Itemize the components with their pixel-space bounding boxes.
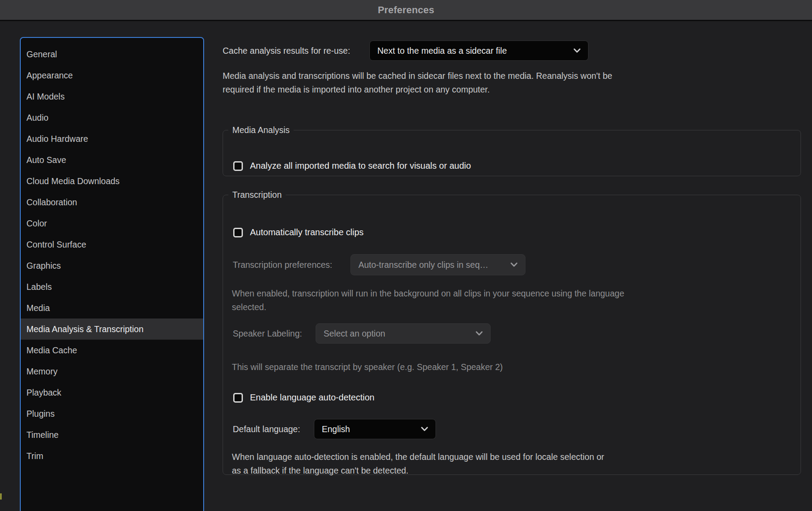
sidebar-item-media-analysis-transcription[interactable]: Media Analysis & Transcription [21, 318, 203, 340]
auto-transcribe-checkbox[interactable] [233, 228, 243, 237]
speaker-labeling-value: Select an option [324, 329, 385, 339]
sidebar-item-label: Media [26, 303, 50, 313]
media-analysis-group-title: Media Analysis [228, 125, 294, 135]
sidebar-item-label: Audio [26, 113, 48, 123]
transcription-group-title: Transcription [228, 190, 286, 200]
speaker-labeling-dropdown[interactable]: Select an option [316, 323, 491, 344]
chevron-down-icon [475, 329, 484, 338]
speaker-labeling-description: This will separate the transcript by spe… [232, 360, 717, 374]
default-language-label: Default language: [233, 419, 300, 439]
sidebar-item-label: Playback [26, 388, 61, 398]
default-language-description: When language auto-detection is enabled,… [232, 450, 615, 478]
sidebar-item-labels[interactable]: Labels [21, 276, 203, 297]
sidebar-item-trim[interactable]: Trim [21, 445, 203, 467]
sidebar-item-audio-hardware[interactable]: Audio Hardware [21, 128, 203, 149]
sidebar-item-label: General [26, 49, 57, 59]
sidebar-item-label: Timeline [26, 430, 59, 440]
sidebar-item-cloud-media-downloads[interactable]: Cloud Media Downloads [21, 170, 203, 192]
sidebar-item-color[interactable]: Color [21, 213, 203, 234]
language-autodetect-checkbox[interactable] [233, 393, 243, 403]
auto-transcribe-row: Automatically transcribe clips [233, 227, 364, 237]
sidebar-item-plugins[interactable]: Plugins [21, 403, 203, 424]
analyze-media-label: Analyze all imported media to search for… [250, 161, 471, 171]
analyze-media-row: Analyze all imported media to search for… [233, 161, 471, 171]
cache-results-value: Next to the media as a sidecar file [377, 46, 507, 56]
sidebar-item-label: Plugins [26, 409, 55, 419]
sidebar-item-label: Graphics [26, 261, 61, 271]
sidebar-item-label: Audio Hardware [26, 134, 88, 144]
sidebar-item-label: Control Surface [26, 240, 86, 250]
sidebar-item-collaboration[interactable]: Collaboration [21, 192, 203, 213]
default-language-value: English [322, 424, 350, 434]
chevron-down-icon [573, 46, 581, 55]
sidebar-item-control-surface[interactable]: Control Surface [21, 234, 203, 255]
media-analysis-group: Media Analysis Analyze all imported medi… [223, 125, 801, 176]
sidebar-item-auto-save[interactable]: Auto Save [21, 149, 203, 170]
language-autodetect-label: Enable language auto-detection [250, 393, 374, 403]
sidebar-item-ai-models[interactable]: AI Models [21, 86, 203, 107]
transcription-group: Transcription Automatically transcribe c… [223, 190, 801, 475]
speaker-labeling-label: Speaker Labeling: [233, 323, 302, 344]
sidebar-item-playback[interactable]: Playback [21, 382, 203, 403]
cache-description: Media analysis and transcriptions will b… [223, 69, 625, 96]
sidebar-item-label: Media Cache [26, 345, 77, 355]
sidebar-item-memory[interactable]: Memory [21, 361, 203, 382]
sidebar-item-media[interactable]: Media [21, 297, 203, 318]
sidebar-item-appearance[interactable]: Appearance [21, 65, 203, 86]
cache-results-dropdown[interactable]: Next to the media as a sidecar file [369, 41, 589, 61]
transcription-preferences-dropdown[interactable]: Auto-transcribe only clips in seq… [350, 254, 525, 275]
sidebar-item-label: Memory [26, 367, 57, 377]
sidebar-item-timeline[interactable]: Timeline [21, 424, 203, 445]
sidebar-item-audio[interactable]: Audio [21, 107, 203, 128]
preferences-category-list: GeneralAppearanceAI ModelsAudioAudio Har… [20, 37, 204, 511]
sidebar-item-label: Color [26, 218, 47, 229]
transcription-preferences-description: When enabled, transcription will run in … [232, 287, 631, 314]
transcription-preferences-value: Auto-transcribe only clips in seq… [358, 260, 488, 270]
sidebar-item-label: Appearance [26, 70, 73, 81]
sidebar-item-label: Auto Save [26, 155, 66, 165]
default-language-dropdown[interactable]: English [314, 419, 436, 439]
sidebar-item-media-cache[interactable]: Media Cache [21, 340, 203, 361]
sidebar-item-label: Collaboration [26, 197, 77, 207]
sidebar-item-label: AI Models [26, 92, 65, 102]
sidebar-item-general[interactable]: General [21, 44, 203, 65]
edge-notification-mark [0, 493, 2, 500]
sidebar-item-label: Media Analysis & Transcription [26, 324, 144, 334]
transcription-preferences-label: Transcription preferences: [233, 254, 332, 275]
sidebar-item-graphics[interactable]: Graphics [21, 255, 203, 276]
cache-results-label: Cache analysis results for re-use: [223, 41, 350, 61]
sidebar-item-label: Trim [26, 451, 43, 461]
chevron-down-icon [420, 425, 429, 433]
sidebar-item-label: Cloud Media Downloads [26, 176, 119, 186]
preferences-panel-media-analysis-transcription: Cache analysis results for re-use: Next … [223, 0, 802, 511]
chevron-down-icon [510, 260, 518, 269]
sidebar-item-label: Labels [26, 282, 52, 292]
analyze-media-checkbox[interactable] [233, 161, 243, 171]
auto-transcribe-label: Automatically transcribe clips [250, 227, 364, 237]
language-autodetect-row: Enable language auto-detection [233, 393, 374, 403]
